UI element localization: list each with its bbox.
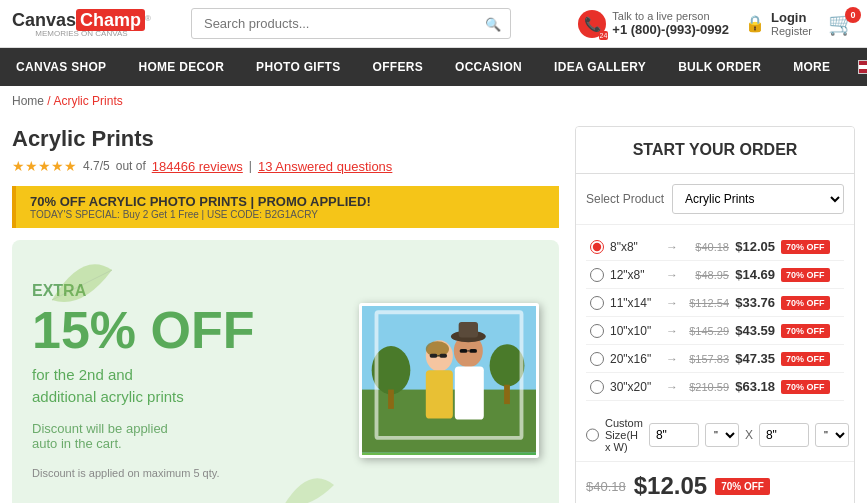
- size-row-5: 30"x20" → $210.59 $63.18 70% OFF: [586, 373, 844, 401]
- new-price-0: $12.05: [735, 239, 775, 254]
- new-price-1: $14.69: [735, 267, 775, 282]
- nav-more[interactable]: MORE: [777, 48, 846, 86]
- svg-point-5: [490, 344, 525, 387]
- svg-rect-16: [459, 321, 478, 336]
- search-input[interactable]: [191, 8, 511, 39]
- phone-24-label: 24: [599, 31, 609, 40]
- custom-x-label: X: [745, 428, 753, 442]
- search-icon[interactable]: 🔍: [485, 16, 501, 31]
- breadcrumb: Home / Acrylic Prints: [0, 86, 867, 116]
- old-price-2: $112.54: [684, 297, 729, 309]
- old-price-1: $48.95: [684, 269, 729, 281]
- lock-icon: 🔒: [745, 14, 765, 33]
- leaf-decoration-br: [279, 460, 339, 503]
- login-label[interactable]: Login: [771, 10, 812, 25]
- arrow-icon-4: →: [666, 352, 678, 366]
- nav-bar: CANVAS SHOP HOME DECOR PHOTO GIFTS OFFER…: [0, 48, 867, 86]
- size-radio-3[interactable]: [590, 324, 604, 338]
- size-radio-2[interactable]: [590, 296, 604, 310]
- cta-new-price: $12.05: [634, 472, 707, 500]
- svg-rect-8: [426, 370, 453, 418]
- off-badge-1: 70% OFF: [781, 268, 830, 282]
- off-badge-2: 70% OFF: [781, 296, 830, 310]
- nav-photo-gifts[interactable]: PHOTO GIFTS: [240, 48, 356, 86]
- logo: CanvasChamp® MEMORIES ON CANVAS: [12, 10, 151, 38]
- promo-ribbon: 70% OFF ACRYLIC PHOTO PRINTS | PROMO APP…: [12, 186, 559, 228]
- size-label-3: 10"x10": [610, 324, 660, 338]
- rating-separator: out of: [116, 159, 146, 173]
- price-row: $40.18 $12.05 70% OFF: [586, 472, 844, 500]
- phone-label: Talk to a live person: [612, 10, 729, 22]
- breadcrumb-home[interactable]: Home: [12, 94, 44, 108]
- custom-height-unit[interactable]: ": [705, 423, 739, 447]
- new-price-2: $33.76: [735, 295, 775, 310]
- custom-size-row: Custom Size(H x W) " X ": [576, 409, 854, 462]
- hero-area: EXTRA 15% OFF for the 2nd andadditional …: [12, 240, 559, 503]
- svg-rect-6: [504, 384, 510, 403]
- nav-offers[interactable]: OFFERS: [357, 48, 439, 86]
- product-selector-label: Select Product: [586, 192, 664, 206]
- answered-questions-link[interactable]: 13 Answered questions: [258, 159, 392, 174]
- arrow-icon-5: →: [666, 380, 678, 394]
- breadcrumb-current: Acrylic Prints: [53, 94, 122, 108]
- right-panel: START YOUR ORDER Select Product Acrylic …: [575, 126, 855, 503]
- new-price-5: $63.18: [735, 379, 775, 394]
- arrow-icon-3: →: [666, 324, 678, 338]
- logo-champ-text: Champ: [76, 9, 145, 31]
- cta-old-price: $40.18: [586, 479, 626, 494]
- size-label-4: 20"x16": [610, 352, 660, 366]
- hero-note: Discount will be appliedauto in the cart…: [32, 421, 359, 451]
- promo-ribbon-main: 70% OFF ACRYLIC PHOTO PRINTS | PROMO APP…: [30, 194, 545, 209]
- size-label-2: 11"x14": [610, 296, 660, 310]
- register-label[interactable]: Register: [771, 25, 812, 37]
- nav-home-decor[interactable]: HOME DECOR: [122, 48, 240, 86]
- nav-flag[interactable]: ▼: [846, 52, 867, 82]
- off-badge-0: 70% OFF: [781, 240, 830, 254]
- login-block[interactable]: 🔒 Login Register: [745, 10, 812, 37]
- couple-svg: [362, 303, 536, 455]
- size-radio-1[interactable]: [590, 268, 604, 282]
- size-row-2: 11"x14" → $112.54 $33.76 70% OFF: [586, 289, 844, 317]
- custom-height-input[interactable]: [649, 423, 699, 447]
- hero-description: for the 2nd andadditional acrylic prints: [32, 364, 359, 409]
- new-price-4: $47.35: [735, 351, 775, 366]
- leaf-decoration-tl: [42, 250, 122, 310]
- svg-rect-4: [388, 389, 394, 408]
- custom-width-unit[interactable]: ": [815, 423, 849, 447]
- size-radio-4[interactable]: [590, 352, 604, 366]
- login-info: Login Register: [771, 10, 812, 37]
- product-title: Acrylic Prints: [12, 126, 559, 152]
- cta-off-badge: 70% OFF: [715, 478, 770, 495]
- custom-width-input[interactable]: [759, 423, 809, 447]
- phone-number: +1 (800)-(993)-0992: [612, 22, 729, 37]
- nav-bulk-order[interactable]: BULK ORDER: [662, 48, 777, 86]
- svg-rect-17: [460, 348, 468, 352]
- arrow-icon-0: →: [666, 240, 678, 254]
- size-row-0: 8"x8" → $40.18 $12.05 70% OFF: [586, 233, 844, 261]
- nav-canvas-shop[interactable]: CANVAS SHOP: [0, 48, 122, 86]
- header: CanvasChamp® MEMORIES ON CANVAS 🔍 📞 24 T…: [0, 0, 867, 48]
- search-bar: 🔍: [191, 8, 511, 39]
- cart-badge: 0: [845, 7, 861, 23]
- main-content: Acrylic Prints ★★★★★ 4.7/5 out of 184466…: [0, 116, 867, 503]
- size-radio-0[interactable]: [590, 240, 604, 254]
- size-radio-5[interactable]: [590, 380, 604, 394]
- product-dropdown[interactable]: Acrylic Prints: [672, 184, 844, 214]
- custom-size-label: Custom Size(H x W): [605, 417, 643, 453]
- flag-icon: [858, 60, 867, 74]
- size-label-5: 30"x20": [610, 380, 660, 394]
- svg-rect-14: [455, 366, 484, 419]
- nav-occasion[interactable]: OCCASION: [439, 48, 538, 86]
- off-badge-4: 70% OFF: [781, 352, 830, 366]
- size-label-0: 8"x8": [610, 240, 660, 254]
- rating-value: 4.7/5: [83, 159, 110, 173]
- phone-block: 📞 24 Talk to a live person +1 (800)-(993…: [578, 10, 729, 38]
- review-count-link[interactable]: 184466 reviews: [152, 159, 243, 174]
- nav-idea-gallery[interactable]: IDEA GALLERY: [538, 48, 662, 86]
- stars-icon: ★★★★★: [12, 158, 77, 174]
- custom-size-radio[interactable]: [586, 428, 599, 442]
- cart-block[interactable]: 🛒 0: [828, 11, 855, 37]
- off-badge-5: 70% OFF: [781, 380, 830, 394]
- svg-rect-18: [469, 348, 477, 352]
- left-section: Acrylic Prints ★★★★★ 4.7/5 out of 184466…: [12, 126, 559, 503]
